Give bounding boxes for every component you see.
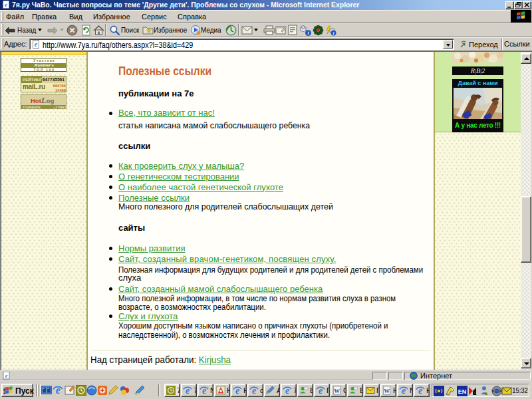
svg-text:e: e [5,1,7,8]
svg-text:i: i [333,31,334,36]
svg-text:e: e [5,373,8,379]
svg-text:e: e [35,41,38,48]
svg-text:EN: EN [458,388,467,395]
svg-text:W: W [384,388,390,394]
svg-text:W: W [334,388,340,394]
